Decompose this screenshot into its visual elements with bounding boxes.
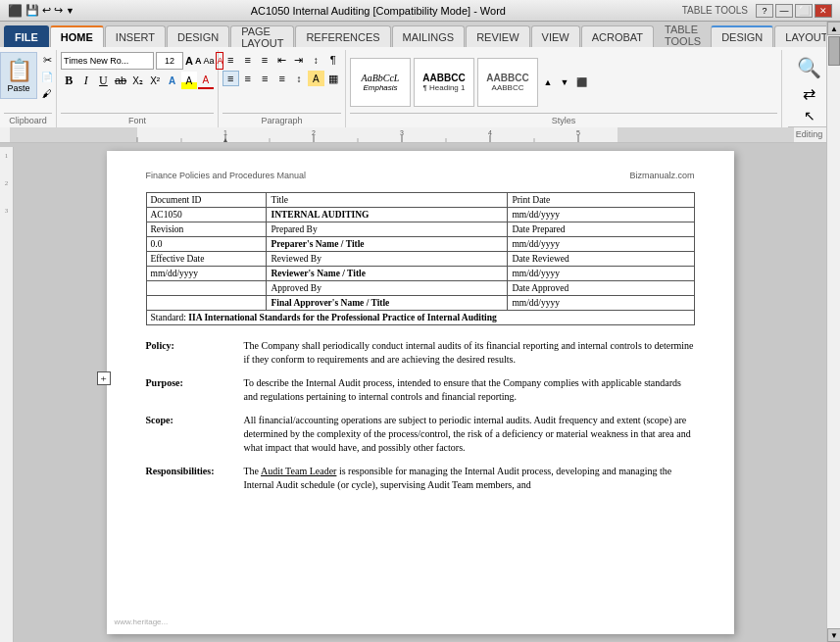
cell-effective-date-value: mm/dd/yyyy [146,267,267,281]
window-title: AC1050 Internal Auditing [Compatibility … [74,5,682,17]
window-controls[interactable]: ? — ⬜ ✕ [756,4,832,18]
subscript-btn[interactable]: X₂ [129,72,146,89]
font-grow-btn[interactable]: A [185,52,193,70]
replace-button[interactable]: ⇄ [803,84,815,103]
number-list-btn[interactable]: ≡ [239,52,255,68]
cell-title-label: Title [267,193,508,208]
tab-page-layout[interactable]: PAGE LAYOUT [230,25,294,47]
text-effect-btn[interactable]: A [164,72,179,89]
align-right-btn[interactable]: ≡ [257,71,272,86]
help-btn[interactable]: ? [756,4,773,18]
audit-team-leader-link: Audit Team Leader [261,466,336,476]
font-color-btn[interactable]: A [198,72,214,89]
style-heading2[interactable]: AABBCC AABBCC [477,58,538,107]
font-size-input[interactable] [156,52,183,70]
scroll-thumb[interactable] [828,36,840,66]
font-name-input[interactable] [61,52,154,70]
shading-btn[interactable]: A [308,71,323,86]
increase-indent-btn[interactable]: ⇥ [291,52,307,68]
style-heading2-label: AABBCC [492,83,524,92]
copy-button[interactable]: 📄 [38,69,56,84]
select-icon: ↖ [804,108,815,123]
tab-view[interactable]: VIEW [531,25,580,47]
find-button[interactable]: 🔍 [797,56,821,79]
purpose-section: Purpose: To describe the Internal Audit … [146,376,695,404]
cell-date-approved-label: Date Approved [508,281,694,296]
maximize-btn[interactable]: ⬜ [795,4,813,18]
select-button[interactable]: ↖ [804,108,815,123]
cell-empty2 [146,296,267,311]
superscript-btn[interactable]: X² [147,72,164,89]
tab-mailings[interactable]: MAILINGS [392,25,466,47]
scrollbar[interactable]: ▲ ▼ [826,22,840,642]
save-icon[interactable]: 💾 [25,4,39,17]
cell-prepared-by-label: Prepared By [267,222,508,237]
dropdown-icon[interactable]: ▼ [66,6,74,16]
svg-rect-1 [137,127,618,142]
multilevel-list-btn[interactable]: ≡ [257,52,272,68]
tab-review[interactable]: REVIEW [466,25,529,47]
header-right: Bizmanualz.com [629,171,694,180]
table-add-button[interactable]: + [97,371,111,385]
title-bar-left-icons[interactable]: ⬛ 💾 ↩ ↪ ▼ [8,4,74,18]
table-row: AC1050 INTERNAL AUDITING mm/dd/yyyy [146,208,694,222]
cell-revision-label: Revision [146,222,267,237]
close-btn[interactable]: ✕ [815,4,832,18]
policy-label: Policy: [146,339,244,367]
paragraph-group: ≡ ≡ ≡ ⇤ ⇥ ↕ ¶ ≡ ≡ ≡ ≡ ↕ A ▦ Paragraph [219,50,346,127]
cell-date-prepared-value: mm/dd/yyyy [508,237,694,252]
change-case-btn[interactable]: Aa [203,52,214,70]
scroll-down-btn[interactable]: ▼ [827,628,840,642]
styles-expand[interactable]: ⬛ [574,74,588,90]
italic-btn[interactable]: I [78,72,95,89]
cell-empty1 [146,281,267,296]
styles-scroll-up[interactable]: ▲ [541,74,555,90]
table-row-standard: Standard: IIA International Standards fo… [146,311,694,325]
style-emphasis-text: AaBbCcL [362,73,400,83]
cell-print-date-value: mm/dd/yyyy [508,208,694,222]
border-btn[interactable]: ▦ [325,71,341,86]
table-row: Document ID Title Print Date [146,193,694,208]
underline-btn[interactable]: U [95,72,112,89]
bold-btn[interactable]: B [61,72,77,89]
style-heading2-text: AABBCC [486,73,528,83]
cell-reviewed-by-value: Reviewer's Name / Title [267,267,508,281]
redo-icon[interactable]: ↪ [54,4,63,17]
info-table: Document ID Title Print Date AC1050 INTE… [146,192,695,325]
table-row: Revision Prepared By Date Prepared [146,222,694,237]
cell-date-reviewed-label: Date Reviewed [508,252,694,267]
font-shrink-btn[interactable]: A [195,52,202,70]
tab-design[interactable]: DESIGN [167,25,229,47]
tab-references[interactable]: REFERENCES [295,25,390,47]
format-painter-button[interactable]: 🖌 [38,85,56,101]
style-heading1[interactable]: AABBCC ¶ Heading 1 [414,58,474,107]
paragraph-group-label: Paragraph [222,113,341,125]
table-tools-title: TABLE TOOLS [682,5,748,16]
styles-scroll-down[interactable]: ▼ [558,74,571,90]
line-spacing-btn[interactable]: ↕ [291,71,307,86]
sort-btn[interactable]: ↕ [308,52,323,68]
purpose-label: Purpose: [146,376,244,404]
cut-button[interactable]: ✂ [38,52,56,68]
decrease-indent-btn[interactable]: ⇤ [273,52,289,68]
scroll-up-btn[interactable]: ▲ [827,22,840,35]
tab-insert[interactable]: INSERT [105,25,166,47]
tab-acrobat[interactable]: ACROBAT [581,25,654,47]
tab-design-tt[interactable]: DESIGN [711,25,773,47]
minimize-btn[interactable]: — [775,4,793,18]
justify-btn[interactable]: ≡ [273,71,289,86]
document-header: Finance Policies and Procedures Manual B… [146,171,695,180]
tab-home[interactable]: HOME [50,25,104,47]
show-hide-btn[interactable]: ¶ [325,52,341,68]
paste-button[interactable]: 📋 Paste [0,52,37,99]
undo-icon[interactable]: ↩ [42,4,51,17]
strikethrough-btn[interactable]: ab [113,72,129,89]
align-left-btn[interactable]: ≡ [222,71,239,86]
cell-approved-by-value: Final Approver's Name / Title [267,296,508,311]
align-center-btn[interactable]: ≡ [240,71,256,86]
quick-access-icon[interactable]: ⬛ [8,4,23,18]
highlight-btn[interactable]: A [181,72,197,89]
tab-file[interactable]: FILE [4,25,49,47]
bullet-list-btn[interactable]: ≡ [222,52,238,68]
style-emphasis[interactable]: AaBbCcL Emphasis [350,58,411,107]
